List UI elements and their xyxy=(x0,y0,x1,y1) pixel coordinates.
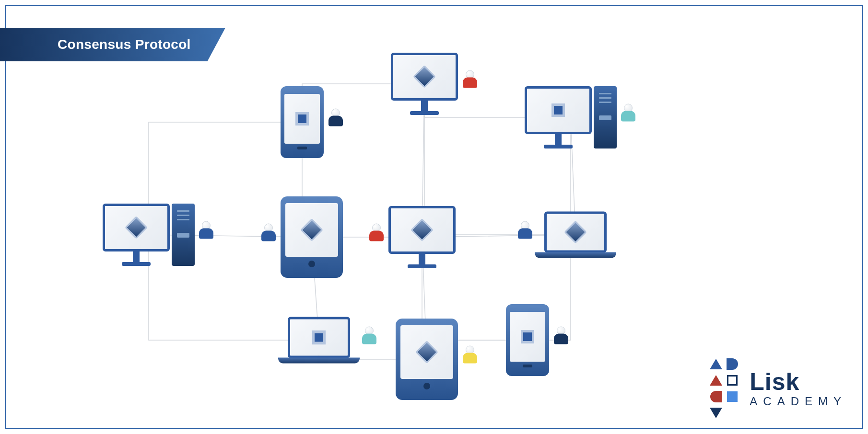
node-desktop-tower-left xyxy=(103,204,195,266)
laptop-icon xyxy=(278,317,360,364)
square-icon xyxy=(551,103,565,117)
user-icon xyxy=(199,221,213,239)
brand-logo: Lisk ACADEMY xyxy=(709,357,847,420)
tablet-icon xyxy=(396,319,458,400)
diamond-icon xyxy=(413,65,436,88)
node-desktop-tower-right xyxy=(525,86,617,148)
node-phone-bottom-right xyxy=(506,304,549,376)
diamond-icon xyxy=(415,341,438,364)
user-icon xyxy=(463,70,477,88)
node-phone-top xyxy=(281,86,324,158)
phone-icon xyxy=(281,86,324,158)
user-icon xyxy=(261,224,276,241)
user-icon xyxy=(554,327,568,344)
laptop-icon xyxy=(535,212,616,258)
tablet-icon xyxy=(281,196,343,278)
diamond-icon xyxy=(125,216,148,239)
square-icon xyxy=(312,331,326,344)
brand-subtitle: ACADEMY xyxy=(750,396,847,407)
user-icon xyxy=(328,109,343,126)
square-icon xyxy=(521,330,534,343)
diamond-icon xyxy=(564,220,587,243)
user-icon xyxy=(621,104,635,122)
square-icon xyxy=(295,112,309,126)
user-icon xyxy=(362,327,376,344)
user-icon xyxy=(463,346,477,364)
diamond-icon xyxy=(300,218,323,241)
brand-mark-icon xyxy=(709,357,739,420)
node-tablet-bottom xyxy=(396,319,458,400)
desktop-tower-icon xyxy=(525,86,617,148)
node-monitor-center xyxy=(388,206,456,268)
diamond-icon xyxy=(411,218,434,241)
monitor-icon xyxy=(391,53,458,115)
node-laptop-right xyxy=(535,212,616,258)
node-tablet-center xyxy=(281,196,343,278)
user-icon xyxy=(369,224,384,241)
user-icon xyxy=(518,221,532,239)
node-laptop-bottom-left xyxy=(278,317,360,364)
node-monitor-top xyxy=(391,53,458,115)
phone-icon xyxy=(506,304,549,376)
desktop-tower-icon xyxy=(103,204,195,266)
brand-name: Lisk xyxy=(750,370,847,394)
monitor-icon xyxy=(388,206,456,268)
